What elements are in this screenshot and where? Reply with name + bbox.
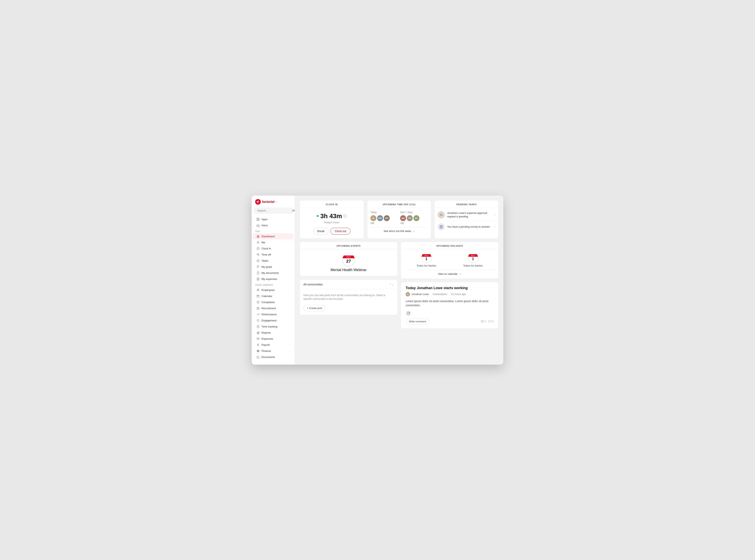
sidebar-item-tasks[interactable]: Tasks [253,258,294,264]
sidebar-label-complaints: Complaints [261,301,275,304]
sidebar-item-my-expenses[interactable]: My expenses [253,276,294,282]
section-label-you: YOU [252,228,295,233]
svg-point-11 [258,241,259,243]
expenses-caret: › [290,338,290,340]
left-col: UPCOMING EVENTS OCT 27 Mental Health Web… [300,242,398,329]
sidebar-label-calendar: Calendar [261,295,272,298]
sidebar-label-employees: Employees [261,288,275,292]
comments-count: 0 [492,320,494,323]
holiday-1-name: Todos los Santos [417,264,436,267]
sidebar-item-dashboard[interactable]: Dashboard [253,233,294,239]
sidebar-label-time-off: Time off [261,253,271,256]
clock-icon [256,247,260,250]
events-header: UPCOMING EVENTS [300,242,397,249]
mid-grid: UPCOMING EVENTS OCT 27 Mental Health Web… [300,242,499,329]
sidebar-item-engagement[interactable]: Engagement › [253,317,294,323]
sidebar-item-reports[interactable]: Reports › [253,329,294,336]
view-calendar-link[interactable]: View on calendar → [404,270,495,275]
sidebar-item-me[interactable]: Me › [253,239,294,245]
right-col: UPCOMING HOLIDAYS NOV 1 Todos los Santos [401,242,499,329]
eye-icon [481,320,484,323]
holiday-2-day: 1 [472,257,474,261]
search-bar[interactable]: ⌘K [254,208,292,214]
today-avatars: JL KM RP [371,215,398,221]
holiday-2-name: Todos los Santos [463,264,483,267]
sidebar-label-inbox: Inbox [261,224,268,227]
search-shortcut: ⌘K [292,209,295,212]
task-item-survey[interactable]: You have a pending survey to answer. › [435,221,498,233]
communities-title: All communities [303,283,323,286]
holiday-item-2: NOV 1 Todos los Santos [451,253,495,267]
next7-count: +92 [400,222,428,224]
avatar-4: AB [400,215,406,221]
sidebar-item-finance[interactable]: Finance › [253,348,294,354]
me-caret: › [290,241,290,243]
sidebar-item-calendar[interactable]: Calendar › [253,293,294,299]
payroll-caret: › [290,344,290,346]
meta-sep-1: · [431,293,431,296]
sidebar-item-employees[interactable]: Employees › [253,287,294,293]
flag-icon [256,265,260,268]
event-day: 27 [346,259,351,263]
sidebar-item-my-goals[interactable]: My goals [253,264,294,270]
sidebar-item-complaints[interactable]: Complaints [253,299,294,305]
create-post-button[interactable]: + Create post [303,305,325,311]
sidebar-item-performance[interactable]: Performance › [253,311,294,317]
sidebar-item-apps[interactable]: Apps [253,216,294,222]
heart-icon [256,319,260,322]
engagement-caret: › [290,319,290,322]
sidebar: factorial ▾ ⌘K Apps Inbox › YOU [252,196,295,365]
sidebar-item-inbox[interactable]: Inbox › [253,222,294,228]
holiday-2-date: NOV 1 [468,253,478,263]
event-cal-date: OCT 27 [342,253,355,266]
holiday-1-date: NOV 1 [421,253,432,263]
logo-caret: ▾ [276,201,277,203]
sidebar-item-payroll[interactable]: Payroll › [253,342,294,348]
inbox-icon [256,224,260,227]
timer-icon [256,325,260,328]
info-icon[interactable]: i [343,215,346,218]
sidebar-logo[interactable]: factorial ▾ [252,199,295,208]
reports-caret: › [290,332,290,334]
finance-caret: › [290,350,290,352]
avatar-1: JL [371,215,376,221]
dollar-icon [256,343,260,346]
clock-out-button[interactable]: Clock out [331,228,350,235]
sidebar-label-dashboard: Dashboard [261,235,275,238]
sidebar-label-finance: Finance [261,349,271,353]
break-button[interactable]: Break [313,228,329,235]
sidebar-label-my-expenses: My expenses [261,278,277,280]
clock-time: 3h 43m i [317,213,346,220]
post-time-ago: 12 hours ago [451,293,466,296]
sidebar-item-my-documents[interactable]: My documents [253,270,294,276]
sidebar-label-tasks: Tasks [261,259,269,262]
sidebar-item-time-off[interactable]: Time off [253,252,294,258]
view-calendar-arrow: → [459,273,461,275]
svg-point-1 [257,201,258,202]
time-off-card: UPCOMING TIME OFF (113) Today JL KM RP +… [367,200,431,239]
sidebar-item-expenses[interactable]: Expenses › [253,336,294,342]
post-actions: Write comment 0 [405,318,494,324]
sidebar-label-documents: Documents [261,356,275,359]
sidebar-item-time-tracking[interactable]: Time tracking [253,323,294,329]
sidebar-item-recruitment[interactable]: Recruitment › [253,305,294,311]
search-input[interactable] [257,209,291,212]
sidebar-label-recruitment: Recruitment [261,307,276,310]
see-who-link[interactable]: See who's out this week → [371,227,428,233]
clock-in-body: 3h 43m i Today's hours Break Clock out [300,208,364,238]
calendar-icon [256,295,260,298]
sidebar-label-me: Me [261,241,265,244]
sidebar-item-clock-in[interactable]: Clock in [253,245,294,252]
task-item-expense[interactable]: JL Jonathan Lowe's expense approval requ… [435,209,498,221]
post-author-name: Jonathan Lowe [412,293,429,296]
svg-point-30 [408,313,408,313]
sidebar-item-documents[interactable]: Documents › [253,354,294,360]
post-body: Lorem ipsum dolor sit amet consectetur. … [405,299,494,307]
time-value: 3h 43m [320,213,342,220]
task-avatar-survey [438,223,445,231]
communities-header[interactable]: All communities ⌃⌄ [300,280,397,289]
holiday-item-1: NOV 1 Todos los Santos [404,253,449,267]
reaction-button[interactable] [405,311,411,316]
pending-tasks-card: PENDING TASKS JL Jonathan Lowe's expense… [434,200,499,239]
write-comment-button[interactable]: Write comment [405,318,430,324]
